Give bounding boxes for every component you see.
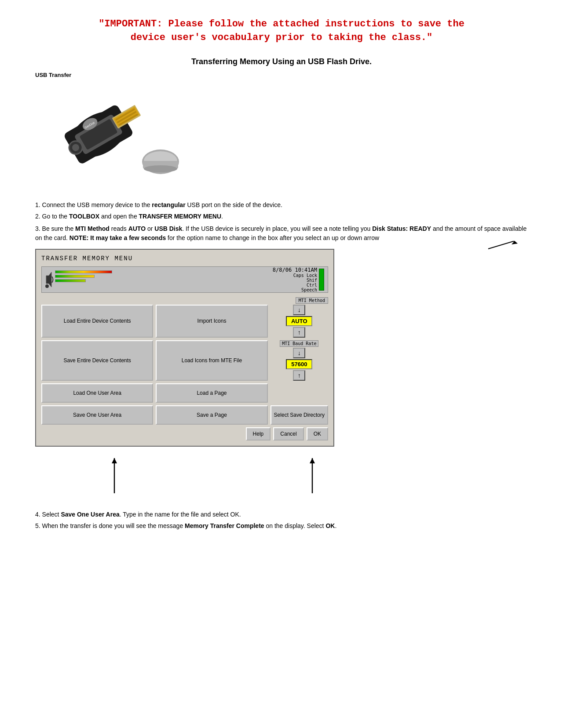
shift-display: Shif	[307, 278, 317, 283]
mti-method-controls: ↓ AUTO ↑	[271, 305, 328, 338]
step-5: 5. When the transfer is done you will se…	[35, 522, 528, 529]
save-page-button[interactable]: Save a Page	[156, 405, 267, 425]
step-3: 3. Be sure the MTI Method reads AUTO or …	[35, 224, 528, 243]
usb-drive-illustration: SanDisk	[35, 83, 202, 188]
speaker-icon	[45, 269, 54, 291]
import-icons-button[interactable]: Import Icons	[156, 305, 267, 338]
select-save-dir-button[interactable]: Select Save Directory	[271, 405, 328, 425]
load-page-button[interactable]: Load a Page	[156, 383, 267, 403]
important-line1: "IMPORTANT: Please follow the attached i…	[35, 18, 528, 31]
mti-baud-down-button[interactable]: ↓	[293, 348, 305, 358]
usb-image-area: SanDisk	[35, 83, 202, 188]
arrow-annotations	[35, 454, 352, 498]
svg-marker-24	[310, 458, 315, 463]
menu-main-grid: Load Entire Device Contents Import Icons…	[41, 305, 328, 425]
volume-bars-area	[55, 270, 112, 282]
important-line2: device user's vocabulary prior to taking…	[35, 31, 528, 45]
help-button[interactable]: Help	[246, 427, 271, 440]
mti-method-section-label: MTI Method	[296, 297, 328, 304]
main-title: Transferring Memory Using an USB Flash D…	[35, 57, 528, 66]
ctrl-display: Ctrl	[307, 283, 317, 288]
svg-point-16	[144, 165, 177, 172]
transfer-menu-title: TRANSFER MEMORY MENU	[41, 255, 328, 262]
important-header: "IMPORTANT: Please follow the attached i…	[35, 18, 528, 45]
speaker-volume-area	[45, 269, 54, 292]
header-datetime-area: 8/8/06 10:41AM Caps Lock Shif Ctrl Speec…	[273, 267, 317, 292]
mti-method-up-button[interactable]: ↑	[293, 327, 305, 338]
load-one-user-button[interactable]: Load One User Area	[41, 383, 153, 403]
status-indicator	[319, 269, 324, 291]
speech-display: Speech	[301, 288, 317, 292]
mti-baud-controls: MTI Baud Rate ↓ 57600 ↑	[271, 340, 328, 381]
save-entire-device-button[interactable]: Save Entire Device Contents	[41, 340, 153, 381]
ok-button[interactable]: OK	[307, 427, 328, 440]
mti-baud-up-button[interactable]: ↑	[293, 370, 305, 381]
save-one-user-button[interactable]: Save One User Area	[41, 405, 153, 425]
menu-header-bar: 8/8/06 10:41AM Caps Lock Shif Ctrl Speec…	[41, 266, 328, 293]
mti-baud-value: 57600	[286, 359, 312, 369]
mti-method-down-button[interactable]: ↓	[293, 305, 305, 315]
row3-placeholder	[271, 383, 328, 403]
bottom-buttons-row: Help Cancel OK	[41, 427, 328, 440]
load-icons-mte-button[interactable]: Load Icons from MTE File	[156, 340, 267, 381]
step-1: 1. Connect the USB memory device to the …	[35, 201, 528, 208]
datetime-display: 8/8/06 10:41AM	[273, 267, 317, 273]
instructions-section: 1. Connect the USB memory device to the …	[35, 201, 528, 243]
load-entire-device-button[interactable]: Load Entire Device Contents	[41, 305, 153, 338]
mti-baud-section-label: MTI Baud Rate	[280, 340, 318, 347]
step-2: 2. Go to the TOOLBOX and open the TRANSF…	[35, 213, 528, 220]
transfer-menu-container: TRANSFER MEMORY MENU	[35, 249, 528, 498]
svg-point-20	[45, 284, 49, 288]
svg-marker-22	[112, 458, 117, 463]
usb-label: USB Transfer	[35, 72, 528, 78]
cancel-button[interactable]: Cancel	[273, 427, 303, 440]
transfer-menu-box: TRANSFER MEMORY MENU	[35, 249, 334, 447]
step-4: 4. Select Save One User Area. Type in th…	[35, 511, 528, 518]
mti-method-value: AUTO	[286, 316, 312, 326]
caps-lock-display: Caps Lock	[293, 273, 317, 278]
mti-method-row: MTI Method	[41, 297, 328, 304]
